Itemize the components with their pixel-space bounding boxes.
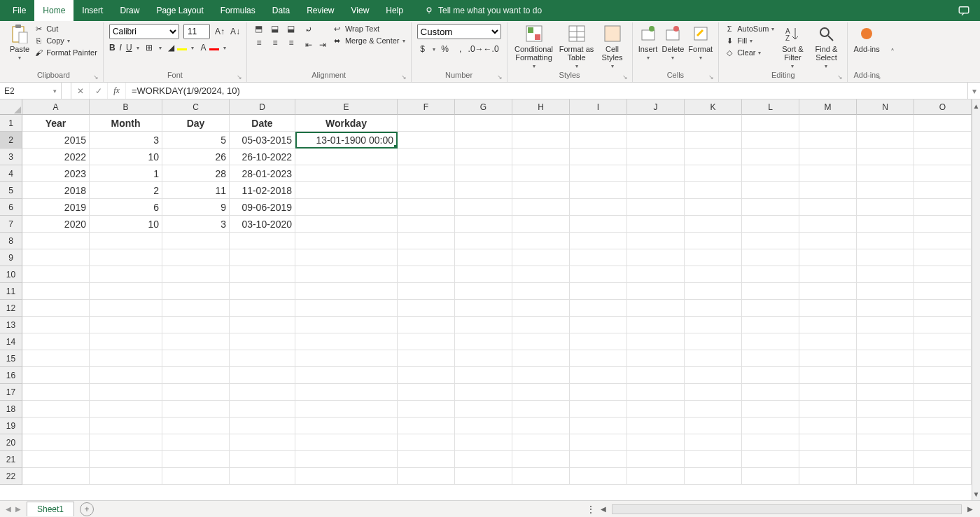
cell-D3[interactable]: 26-10-2022 xyxy=(230,149,295,165)
cell-G3[interactable] xyxy=(455,149,512,165)
cell-D13[interactable] xyxy=(230,317,295,333)
cell-M22[interactable] xyxy=(799,468,857,485)
cell-N10[interactable] xyxy=(857,266,914,283)
cell-B14[interactable] xyxy=(90,333,162,350)
sheet-nav[interactable]: ◀▶ xyxy=(0,505,27,513)
cell-J3[interactable] xyxy=(627,149,685,165)
cell-O22[interactable] xyxy=(914,468,972,485)
cell-K15[interactable] xyxy=(685,350,742,367)
border-button[interactable]: ⊞ xyxy=(144,42,155,53)
name-box[interactable]: E2▾ xyxy=(0,83,62,99)
row-header-3[interactable]: 3 xyxy=(0,149,22,165)
cell-H9[interactable] xyxy=(512,249,570,266)
vertical-align[interactable]: ⬒⬓⬓ xyxy=(253,24,299,34)
cell-E21[interactable] xyxy=(295,451,398,468)
cell-F22[interactable] xyxy=(398,468,455,485)
cell-J21[interactable] xyxy=(627,451,685,468)
row-header-18[interactable]: 18 xyxy=(0,401,22,418)
merge-center-button[interactable]: ⬌Merge & Center▾ xyxy=(332,36,405,46)
cell-C22[interactable] xyxy=(162,468,230,485)
cell-D8[interactable] xyxy=(230,233,295,249)
autosum-button[interactable]: ΣAutoSum▾ xyxy=(724,24,774,34)
cell-A7[interactable]: 2020 xyxy=(22,216,90,233)
cell-A9[interactable] xyxy=(22,249,90,266)
cell-F14[interactable] xyxy=(398,333,455,350)
cell-I10[interactable] xyxy=(570,266,627,283)
cell-L1[interactable] xyxy=(742,115,799,132)
cell-J10[interactable] xyxy=(627,266,685,283)
cell-H20[interactable] xyxy=(512,434,570,451)
row-header-14[interactable]: 14 xyxy=(0,333,22,350)
cell-B1[interactable]: Month xyxy=(90,115,162,132)
cell-O20[interactable] xyxy=(914,434,972,451)
cell-I1[interactable] xyxy=(570,115,627,132)
cell-D6[interactable]: 09-06-2019 xyxy=(230,199,295,216)
cell-H15[interactable] xyxy=(512,350,570,367)
cell-G2[interactable] xyxy=(455,132,512,149)
cell-I17[interactable] xyxy=(570,384,627,401)
cell-N17[interactable] xyxy=(857,384,914,401)
cell-C13[interactable] xyxy=(162,317,230,333)
currency-button[interactable]: $ xyxy=(417,43,428,55)
cell-M21[interactable] xyxy=(799,451,857,468)
cell-L4[interactable] xyxy=(742,165,799,182)
cell-K8[interactable] xyxy=(685,233,742,249)
cell-A11[interactable] xyxy=(22,283,90,300)
cell-J4[interactable] xyxy=(627,165,685,182)
increase-indent-button[interactable]: ⇥ xyxy=(317,39,328,50)
cancel-formula-button[interactable]: ✕ xyxy=(71,83,90,99)
cell-K14[interactable] xyxy=(685,333,742,350)
cell-J13[interactable] xyxy=(627,317,685,333)
cell-L5[interactable] xyxy=(742,182,799,199)
cell-E12[interactable] xyxy=(295,300,398,317)
italic-button[interactable]: I xyxy=(120,43,122,53)
cell-J18[interactable] xyxy=(627,401,685,418)
cell-O18[interactable] xyxy=(914,401,972,418)
cell-J5[interactable] xyxy=(627,182,685,199)
cell-H1[interactable] xyxy=(512,115,570,132)
cell-N15[interactable] xyxy=(857,350,914,367)
col-header-A[interactable]: A xyxy=(22,99,90,115)
cell-O11[interactable] xyxy=(914,283,972,300)
row-header-19[interactable]: 19 xyxy=(0,418,22,434)
scroll-right-icon[interactable]: ▶ xyxy=(965,505,976,513)
row-header-5[interactable]: 5 xyxy=(0,182,22,199)
cell-G20[interactable] xyxy=(455,434,512,451)
cell-L2[interactable] xyxy=(742,132,799,149)
cell-N18[interactable] xyxy=(857,401,914,418)
col-header-J[interactable]: J xyxy=(627,99,685,115)
cell-K13[interactable] xyxy=(685,317,742,333)
cell-A4[interactable]: 2023 xyxy=(22,165,90,182)
cell-E17[interactable] xyxy=(295,384,398,401)
cell-D5[interactable]: 11-02-2018 xyxy=(230,182,295,199)
cell-H8[interactable] xyxy=(512,233,570,249)
row-header-6[interactable]: 6 xyxy=(0,199,22,216)
cell-N12[interactable] xyxy=(857,300,914,317)
cell-K6[interactable] xyxy=(685,199,742,216)
tab-formulas[interactable]: Formulas xyxy=(212,0,264,21)
cell-C12[interactable] xyxy=(162,300,230,317)
cell-I14[interactable] xyxy=(570,333,627,350)
tab-page-layout[interactable]: Page Layout xyxy=(148,0,211,21)
cell-D20[interactable] xyxy=(230,434,295,451)
cell-B15[interactable] xyxy=(90,350,162,367)
cell-F19[interactable] xyxy=(398,418,455,434)
formula-input[interactable]: =WORKDAY(1/9/2024, 10) xyxy=(126,83,967,99)
cell-I2[interactable] xyxy=(570,132,627,149)
cell-F11[interactable] xyxy=(398,283,455,300)
cell-H14[interactable] xyxy=(512,333,570,350)
cell-L17[interactable] xyxy=(742,384,799,401)
cell-N14[interactable] xyxy=(857,333,914,350)
format-cells-button[interactable]: Format▾ xyxy=(688,24,713,61)
cell-I18[interactable] xyxy=(570,401,627,418)
cell-B13[interactable] xyxy=(90,317,162,333)
row-header-4[interactable]: 4 xyxy=(0,165,22,182)
cell-L21[interactable] xyxy=(742,451,799,468)
cell-C5[interactable]: 11 xyxy=(162,182,230,199)
cell-B12[interactable] xyxy=(90,300,162,317)
format-painter-button[interactable]: 🖌Format Painter xyxy=(34,48,97,57)
cell-O3[interactable] xyxy=(914,149,972,165)
cell-E3[interactable] xyxy=(295,149,398,165)
tab-view[interactable]: View xyxy=(343,0,378,21)
cell-C11[interactable] xyxy=(162,283,230,300)
